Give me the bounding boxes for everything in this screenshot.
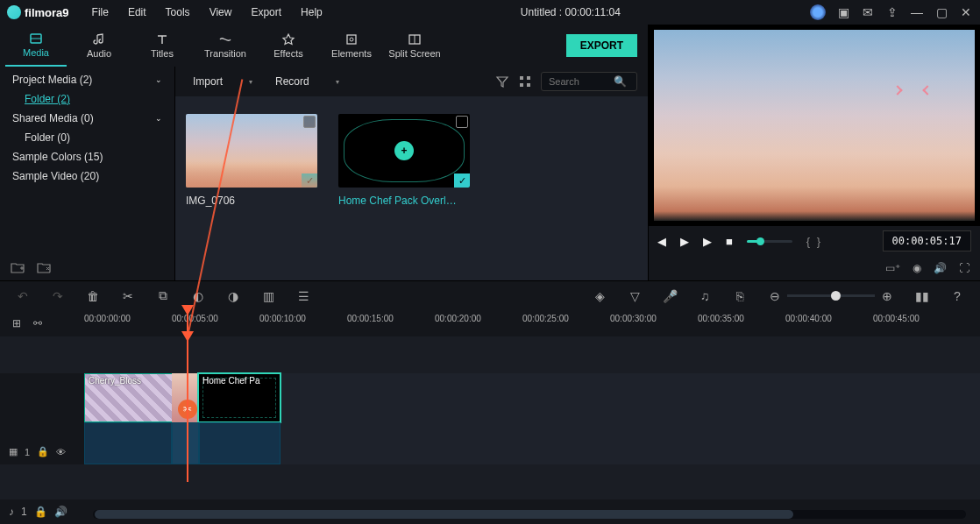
clip-lower-a[interactable]: [84, 422, 172, 464]
grid-view-icon[interactable]: [518, 74, 532, 89]
window-title: Untitled : 00:00:11:04: [331, 6, 810, 18]
lock-icon[interactable]: 🔒: [37, 446, 49, 457]
delete-icon[interactable]: 🗑: [86, 289, 100, 303]
message-icon[interactable]: ✉: [861, 5, 875, 19]
menu-export[interactable]: Export: [242, 3, 290, 22]
play-icon[interactable]: ▶: [680, 235, 689, 248]
play-forward-icon[interactable]: ▶: [703, 235, 712, 248]
add-track-icon[interactable]: ⊞: [12, 317, 21, 329]
playback-volume-slider[interactable]: [747, 240, 792, 243]
library-toolbar: Import▾ Record▾ 🔍: [175, 67, 648, 96]
import-dropdown[interactable]: Import▾: [186, 72, 259, 91]
maximize-icon[interactable]: ▢: [934, 5, 948, 19]
tab-media[interactable]: Media: [5, 25, 67, 67]
markers-label[interactable]: { }: [806, 235, 822, 248]
tab-split-screen[interactable]: Split Screen: [384, 25, 445, 67]
svg-point-2: [350, 38, 353, 41]
search-icon[interactable]: 🔍: [614, 75, 627, 88]
ruler-tick: 00:00:05:00: [172, 314, 218, 323]
visibility-icon[interactable]: 👁: [56, 447, 66, 457]
user-avatar-icon[interactable]: [810, 4, 826, 20]
record-dropdown[interactable]: Record▾: [268, 72, 346, 91]
search-input[interactable]: [549, 76, 614, 87]
thumb-caption: IMG_0706: [186, 195, 317, 207]
redo-icon[interactable]: ↷: [51, 289, 65, 303]
chevron-down-icon: ▾: [249, 78, 252, 86]
fullscreen-icon[interactable]: ⛶: [959, 262, 969, 274]
menu-tools[interactable]: Tools: [157, 3, 199, 22]
lock-icon[interactable]: 🔒: [34, 506, 47, 518]
voiceover-icon[interactable]: 🎤: [663, 289, 677, 303]
media-thumb-img0706[interactable]: ✓ IMG_0706: [186, 114, 317, 207]
tree-shared-media[interactable]: Shared Media (0)⌄: [0, 109, 174, 128]
help-icon[interactable]: ?: [950, 289, 964, 303]
mute-icon[interactable]: 🔊: [54, 506, 67, 518]
menu-view[interactable]: View: [201, 3, 241, 22]
split-icon[interactable]: ✂: [121, 289, 135, 303]
search-box[interactable]: 🔍: [541, 72, 637, 91]
preview-viewport[interactable]: [649, 25, 980, 226]
tree-folder-selected[interactable]: Folder (2): [0, 89, 174, 109]
mic-upload-icon[interactable]: ⇪: [885, 5, 899, 19]
green-screen-icon[interactable]: ▥: [261, 289, 275, 303]
tab-transition[interactable]: Transition: [195, 25, 256, 67]
clip-lower-b[interactable]: [172, 422, 199, 464]
clip-home-chef[interactable]: Home Chef Pa: [198, 373, 281, 422]
tree-sample-colors[interactable]: Sample Colors (15): [0, 147, 174, 166]
tab-media-label: Media: [23, 47, 49, 58]
audio-icon: [92, 32, 106, 46]
clip-lower-c[interactable]: [199, 422, 281, 464]
audio-mixer-icon[interactable]: ♫: [698, 289, 712, 303]
menu-edit[interactable]: Edit: [119, 3, 155, 22]
add-to-timeline-icon[interactable]: +: [394, 141, 414, 160]
stop-icon[interactable]: ■: [726, 235, 733, 248]
tab-effects[interactable]: Effects: [258, 25, 319, 67]
add-folder-icon[interactable]: [11, 261, 25, 273]
prev-frame-icon[interactable]: ◀: [657, 235, 666, 248]
snapshot-icon[interactable]: ◉: [913, 262, 921, 274]
store-icon[interactable]: ▣: [836, 5, 850, 19]
export-button[interactable]: EXPORT: [566, 34, 637, 57]
tree-shared-folder[interactable]: Folder (0): [0, 128, 174, 147]
window-right: ▣ ✉ ⇪ — ▢ ✕: [810, 4, 973, 20]
remove-folder-icon[interactable]: [37, 261, 51, 273]
tab-split-label: Split Screen: [388, 48, 440, 59]
thumb-caption: Home Chef Pack Overl…: [338, 195, 470, 207]
zoom-out-icon[interactable]: ⊖: [768, 289, 782, 303]
tab-titles[interactable]: Titles: [131, 25, 193, 67]
color-icon[interactable]: ◑: [226, 289, 240, 303]
menu-help[interactable]: Help: [292, 3, 331, 22]
tab-audio[interactable]: Audio: [68, 25, 130, 67]
ruler-tick: 00:00:25:00: [522, 314, 569, 323]
volume-icon[interactable]: 🔊: [934, 262, 947, 274]
time-ruler[interactable]: 00:00:00:00 00:00:05:00 00:00:10:00 00:0…: [84, 310, 980, 336]
minimize-icon[interactable]: —: [910, 5, 924, 19]
marker-icon[interactable]: ▽: [628, 289, 642, 303]
adjust-icon[interactable]: ☰: [296, 289, 310, 303]
ruler-tick: 00:00:15:00: [347, 314, 394, 323]
crop-icon[interactable]: ⧉: [156, 288, 170, 303]
link-icon[interactable]: ⚯: [33, 317, 42, 329]
video-track-head: ▦ 1 🔒 👁: [0, 373, 84, 464]
zoom-slider[interactable]: [787, 294, 875, 297]
filter-icon[interactable]: [495, 74, 509, 89]
media-thumb-homechef[interactable]: + ✓ Home Chef Pack Overl…: [338, 114, 470, 207]
video-track-body[interactable]: Cherry_Bloss Home Chef Pa ✂: [84, 373, 980, 464]
tree-sample-video[interactable]: Sample Video (20): [0, 166, 174, 186]
ruler-tick: 00:00:40:00: [785, 314, 832, 323]
zoom-in-icon[interactable]: ⊕: [880, 289, 894, 303]
quality-icon[interactable]: ▭⁺: [885, 262, 900, 274]
menu-file[interactable]: File: [83, 3, 117, 22]
tab-effects-label: Effects: [273, 48, 302, 59]
export-frame-icon[interactable]: ⎘: [733, 289, 747, 303]
chevron-down-icon: ▾: [336, 78, 339, 86]
tree-project-media[interactable]: Project Media (2)⌄: [0, 70, 174, 89]
close-icon[interactable]: ✕: [959, 5, 973, 19]
track-number: 1: [25, 447, 30, 457]
playhead-line[interactable]: [187, 336, 188, 482]
tab-elements[interactable]: Elements: [321, 25, 382, 67]
render-icon[interactable]: ◈: [593, 289, 607, 303]
undo-icon[interactable]: ↶: [16, 289, 30, 303]
timeline-scrollbar[interactable]: [93, 510, 966, 519]
timeline-view-icon[interactable]: ▮▮: [915, 289, 929, 303]
